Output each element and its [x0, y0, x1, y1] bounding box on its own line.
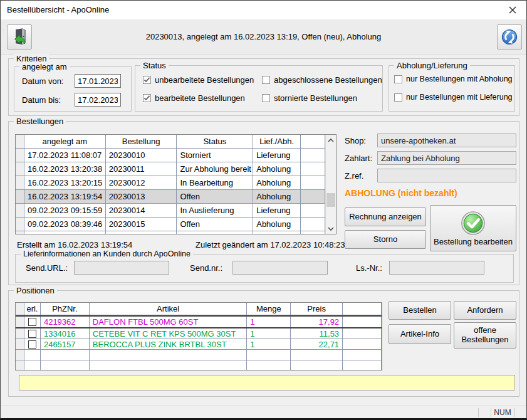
order-row[interactable]: 09.02.2023 09:15:5920230014In Auslieferu…: [16, 204, 325, 218]
position-row[interactable]: 2465157BEROCCA PLUS ZINK BRTBL 30ST122,7…: [16, 339, 382, 350]
artikel-info-button[interactable]: Artikel-Info: [389, 324, 451, 344]
orders-scrollbar[interactable]: [325, 135, 336, 234]
checkbox-unbearbeitete[interactable]: unbearbeitete Bestellungen: [143, 75, 254, 85]
datum-bis-field[interactable]: [75, 93, 121, 107]
table-cell: Abholung: [253, 218, 301, 231]
checkbox-label: stornierte Bestellungen: [274, 93, 357, 103]
shop-label: Shop:: [345, 136, 366, 145]
table-cell: 1: [247, 328, 291, 339]
table-cell: [301, 162, 325, 176]
row-indicator: [16, 350, 24, 360]
table-cell: [24, 231, 106, 234]
bestellungen-group: Bestellungen angelegt amBestellungStatus…: [8, 121, 519, 285]
order-row[interactable]: 17.02.2023 11:08:0720230010StorniertLief…: [16, 149, 325, 162]
table-cell: [253, 231, 301, 234]
order-row[interactable]: 16.02.2023 13:20:1520230012In Bearbeitun…: [16, 176, 325, 190]
checkbox-nur-abholung[interactable]: nur Bestellungen mit Abholung: [394, 75, 513, 83]
table-cell: [343, 339, 382, 349]
row-indicator: [16, 204, 24, 217]
table-cell: PhZNr.: [41, 303, 90, 315]
table-cell: [343, 350, 382, 360]
toolbar: 20230013, angelegt am 16.02.2023 13:19, …: [1, 19, 526, 55]
checkbox-abgeschlossene[interactable]: abgeschlossene Bestellungen: [262, 75, 382, 85]
zahlart-label: Zahlart:: [345, 154, 372, 163]
table-cell: [24, 360, 41, 370]
table-cell: 2465157: [41, 339, 90, 349]
exit-button[interactable]: [7, 24, 32, 50]
scroll-thumb[interactable]: [326, 193, 335, 207]
checkbox-box: [143, 76, 151, 84]
statusbar-divider: [514, 408, 515, 417]
table-cell: [90, 350, 248, 360]
scroll-up-button[interactable]: [326, 135, 336, 145]
table-cell: In Bearbeitung: [177, 176, 253, 189]
positionen-group: Positionen erl.PhZNr.ArtikelMengePreis42…: [8, 290, 519, 397]
erledigt-checkbox[interactable]: [28, 340, 36, 349]
row-indicator: [16, 149, 24, 162]
order-row[interactable]: 16.02.2023 13:19:5420230013OffenAbholung: [16, 190, 325, 204]
order-row[interactable]: 16.02.2023 13:20:3820230011Zur Abholung …: [16, 162, 325, 176]
table-cell: Zur Abholung bereit: [177, 162, 253, 176]
table-cell: [106, 231, 177, 234]
table-cell: 16.02.2023 13:20:38: [24, 162, 106, 176]
refresh-button[interactable]: [497, 24, 522, 50]
table-cell: [247, 350, 291, 360]
send-nr-field[interactable]: [232, 261, 328, 275]
zahlart-field[interactable]: [377, 151, 516, 165]
checkbox-bearbeitete[interactable]: bearbeitete Bestellungen: [143, 93, 245, 103]
table-cell: 16.02.2023 13:20:15: [24, 176, 106, 189]
storno-button[interactable]: Storno: [345, 230, 426, 249]
table-cell: Preis: [291, 303, 343, 315]
table-cell: [24, 350, 41, 360]
table-cell: Abholung: [253, 162, 301, 176]
table-cell: 09.02.2023 09:15:59: [24, 204, 106, 217]
position-row[interactable]: 1334016CETEBE VIT C RET KPS 500MG 30ST11…: [16, 328, 382, 339]
zref-field[interactable]: [377, 169, 516, 182]
datum-von-label: Datum von:: [22, 76, 63, 86]
table-cell: [343, 328, 382, 339]
datum-von-field[interactable]: [75, 74, 121, 88]
checkbox-stornierte[interactable]: stornierte Bestellungen: [262, 93, 357, 103]
close-button[interactable]: [499, 1, 526, 19]
green-check-icon: [460, 210, 486, 236]
checkbox-label: abgeschlossene Bestellungen: [274, 75, 382, 85]
window-title: Bestellübersicht - ApoOnline: [7, 5, 109, 14]
shop-field[interactable]: [377, 134, 516, 147]
table-cell: 20230011: [106, 162, 177, 176]
erledigt-checkbox[interactable]: [28, 330, 36, 338]
table-cell: 1: [247, 339, 291, 349]
ls-nr-field[interactable]: [389, 261, 484, 275]
position-row[interactable]: 4219362DAFLON FTBL 500MG 60ST117,92: [16, 315, 382, 328]
table-cell: 11,53: [291, 328, 343, 339]
scroll-down-button[interactable]: [326, 223, 336, 234]
table-cell: [301, 149, 325, 162]
table-cell: Lieferung: [253, 204, 301, 217]
erstellt-am-text: Erstellt am 16.02.2023 13:19:54: [17, 240, 132, 249]
order-row[interactable]: 09.02.2023 08:39:4620230015OffenAbholung: [16, 218, 325, 231]
anfordern-button[interactable]: Anfordern: [454, 301, 516, 320]
table-cell: CETEBE VIT C RET KPS 500MG 30ST: [90, 328, 248, 339]
bestellung-bearbeiten-button[interactable]: Bestellung bearbeiten: [430, 205, 516, 251]
kriterien-group: Kriterien angelegt am Datum von: Datum b…: [8, 58, 519, 116]
offene-bestellungen-button[interactable]: offene Bestellungen: [454, 322, 516, 349]
table-cell: [41, 360, 90, 370]
checkbox-nur-lieferung[interactable]: nur Bestellungen mit Lieferung: [394, 93, 513, 102]
order-row-empty: [16, 231, 325, 234]
status-group-label: Status: [140, 61, 169, 70]
angelegt-am-label: angelegt am: [19, 62, 70, 71]
bestellen-button[interactable]: Bestellen: [389, 301, 451, 320]
send-url-field[interactable]: [74, 261, 169, 275]
table-cell: 17,92: [291, 317, 343, 327]
rechnung-anzeigen-button[interactable]: Rechnung anzeigen: [345, 207, 426, 226]
table-cell: Status: [177, 135, 253, 148]
table-cell: Offen: [177, 218, 253, 231]
datum-bis-label: Datum bis:: [22, 95, 61, 105]
num-lock-indicator: NUM: [492, 406, 513, 419]
bestellungen-label: Bestellungen: [14, 117, 66, 126]
table-cell: [301, 190, 325, 203]
send-nr-label: Send.nr.:: [190, 263, 222, 273]
orders-header-row: angelegt amBestellungStatusLief./Abh.: [16, 135, 325, 149]
erledigt-checkbox[interactable]: [28, 318, 36, 326]
title-bar: Bestellübersicht - ApoOnline: [1, 1, 526, 19]
send-url-label: Send.URL.:: [26, 263, 68, 273]
